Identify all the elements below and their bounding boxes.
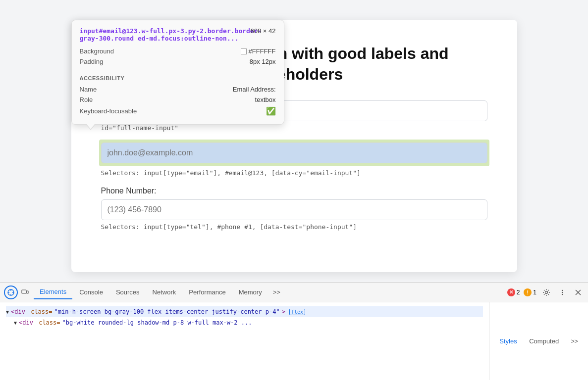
tab-elements[interactable]: Elements xyxy=(34,285,72,299)
chevron-right-icon[interactable]: >> xyxy=(571,338,578,345)
background-value: #FFFFFF xyxy=(241,48,276,55)
warning-count-circle: ! xyxy=(524,288,532,296)
tooltip-divider xyxy=(80,71,276,71)
padding-value: 8px 12px xyxy=(250,58,276,65)
more-options-icon[interactable] xyxy=(556,286,568,298)
tooltip-arrow xyxy=(87,124,95,129)
dom-attr-class-value2: "bg-white rounded-lg shadow-md p-8 w-ful… xyxy=(62,319,252,326)
tab-memory[interactable]: Memory xyxy=(233,285,268,299)
email-input[interactable] xyxy=(101,142,487,163)
phone-label: Phone Number: xyxy=(101,187,487,195)
role-value: textbox xyxy=(255,96,276,103)
error-count: 2 xyxy=(517,289,520,296)
full-name-selector: id="full-name-input" xyxy=(101,124,487,132)
dom-attr-class2: class= xyxy=(35,319,60,326)
error-badge: ✕ 2 xyxy=(507,288,520,296)
devtools-right-panel: Styles Computed >> xyxy=(489,302,588,380)
triangle-icon-2: ▼ xyxy=(14,320,17,326)
email-selectors: Selectors: input[type="email"], #email@1… xyxy=(101,169,487,177)
padding-label: Padding xyxy=(80,58,104,65)
svg-point-10 xyxy=(562,293,563,294)
tab-console[interactable]: Console xyxy=(73,285,109,299)
devtools-content: ▼ <div class= "min-h-screen bg-gray-100 … xyxy=(0,302,588,380)
triangle-icon-1: ▼ xyxy=(6,309,9,315)
tooltip-selector: input#email@123.w-full.px-3.py-2.border.… xyxy=(80,27,276,42)
name-value: Email Address: xyxy=(233,86,276,93)
computed-tab[interactable]: Computed xyxy=(529,337,559,345)
devtools-right-actions: ✕ 2 ! 1 xyxy=(507,286,584,298)
main-content: This is a basic form with good labels an… xyxy=(0,0,588,282)
tab-network[interactable]: Network xyxy=(147,285,182,299)
styles-tab[interactable]: Styles xyxy=(499,337,517,345)
svg-rect-5 xyxy=(22,290,26,293)
name-label: Name xyxy=(80,86,97,93)
tooltip-role-row: Role textbox xyxy=(80,95,276,105)
keyboard-label: Keyboard-focusable xyxy=(80,107,137,115)
email-highlight xyxy=(99,140,489,166)
accessibility-heading: ACCESSIBILITY xyxy=(80,75,276,81)
background-label: Background xyxy=(80,48,114,55)
warning-count: 1 xyxy=(533,289,536,296)
device-toggle-icon[interactable] xyxy=(19,286,31,298)
dom-tag-close: > xyxy=(282,308,285,315)
role-label: Role xyxy=(80,96,93,103)
tooltip-size: 608 × 42 xyxy=(251,27,276,35)
tab-more[interactable]: >> xyxy=(269,285,284,299)
close-devtools-icon[interactable] xyxy=(572,286,584,298)
devtools-panel: Elements Console Sources Network Perform… xyxy=(0,282,588,380)
dom-tag-div: <div xyxy=(11,308,25,315)
tab-sources[interactable]: Sources xyxy=(110,285,146,299)
tooltip-background-row: Background #FFFFFF xyxy=(80,46,276,56)
dom-attr-class-value: "min-h-screen bg-gray-100 flex items-cen… xyxy=(54,308,280,315)
form-container: This is a basic form with good labels an… xyxy=(71,20,517,272)
dom-panel: ▼ <div class= "min-h-screen bg-gray-100 … xyxy=(0,302,489,380)
phone-selectors: Selectors: input[type="tel"], #phone #1,… xyxy=(101,223,487,231)
color-swatch xyxy=(241,48,247,54)
svg-rect-6 xyxy=(27,291,28,293)
svg-point-7 xyxy=(545,291,548,293)
keyboard-focusable-check: ✅ xyxy=(266,106,276,116)
error-count-circle: ✕ xyxy=(507,288,515,296)
tooltip-name-row: Name Email Address: xyxy=(80,84,276,95)
email-group: Selectors: input[type="email"], #email@1… xyxy=(101,140,487,177)
devtools-tabs: Elements Console Sources Network Perform… xyxy=(0,283,588,302)
warning-badge: ! 1 xyxy=(524,288,536,296)
tab-performance[interactable]: Performance xyxy=(183,285,231,299)
inspector-tooltip: input#email@123.w-full.px-3.py-2.border.… xyxy=(71,20,284,125)
flex-badge: flex xyxy=(289,309,305,315)
phone-group: Phone Number: Selectors: input[type="tel… xyxy=(101,187,487,231)
svg-point-8 xyxy=(562,289,563,290)
inspect-cursor-icon[interactable] xyxy=(4,285,18,299)
settings-icon[interactable] xyxy=(540,286,552,298)
dom-tag-div2: <div xyxy=(19,319,33,326)
dom-line-2[interactable]: ▼ <div class= "bg-white rounded-lg shado… xyxy=(6,317,483,328)
phone-input[interactable] xyxy=(101,199,487,220)
dom-line-1[interactable]: ▼ <div class= "min-h-screen bg-gray-100 … xyxy=(6,306,483,317)
svg-point-9 xyxy=(562,291,563,292)
dom-attr-class: class= xyxy=(27,308,53,315)
tooltip-keyboard-row: Keyboard-focusable ✅ xyxy=(80,105,276,117)
tooltip-padding-row: Padding 8px 12px xyxy=(80,56,276,67)
